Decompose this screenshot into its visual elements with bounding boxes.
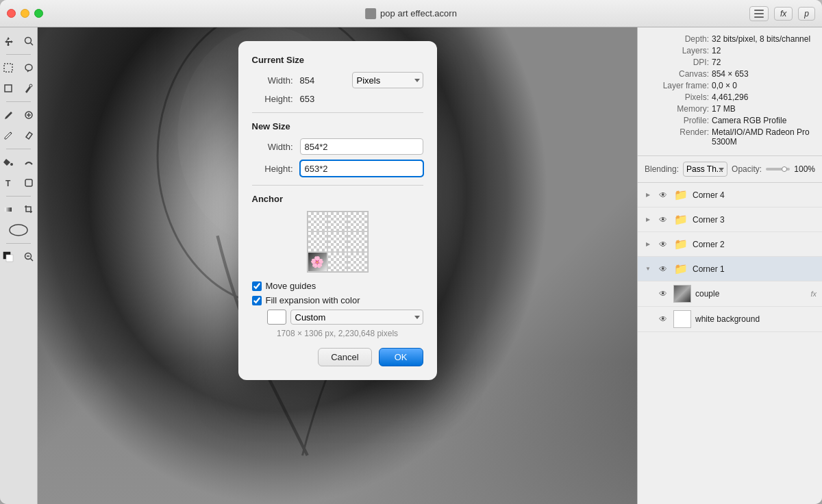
layer-expand-icon[interactable]: ▼	[643, 264, 653, 274]
fill-expansion-label[interactable]: Fill expansion with color	[266, 295, 360, 305]
opacity-slider[interactable]	[766, 168, 790, 171]
anchor-cell-11[interactable]	[327, 231, 347, 251]
layer-visibility-icon[interactable]: 👁	[657, 238, 669, 251]
opacity-slider-thumb[interactable]	[782, 166, 787, 172]
canvas-value: 854 × 653	[712, 69, 812, 79]
oval-tool[interactable]	[3, 220, 34, 240]
right-panel: Depth: 32 bits/pixel, 8 bits/channel Lay…	[637, 27, 822, 504]
tool-separator-2	[6, 101, 31, 102]
layer-visibility-icon[interactable]: 👁	[657, 214, 669, 226]
anchor-cell-10[interactable]	[308, 231, 327, 251]
tool-separator	[6, 54, 31, 55]
ok-button[interactable]: OK	[379, 348, 423, 366]
anchor-cell-01[interactable]	[327, 212, 347, 231]
shape-tool[interactable]	[19, 173, 38, 192]
layer-visibility-icon[interactable]: 👁	[657, 263, 669, 275]
layers-section: ▶ 👁 📁 Corner 4 ▶ 👁 📁 Corner 3 ▶ 👁 📁	[638, 183, 822, 504]
layer-visibility-icon[interactable]: 👁	[657, 189, 669, 201]
new-height-input[interactable]: 653*2	[300, 160, 423, 177]
zoom-tool[interactable]	[19, 32, 38, 51]
fg-bg-color[interactable]	[0, 247, 18, 266]
pixels-label: Pixels:	[647, 92, 709, 102]
svg-text:T: T	[5, 179, 11, 188]
anchor-title: Anchor	[252, 194, 423, 204]
smudge-tool[interactable]	[19, 153, 38, 172]
color-swatch[interactable]	[267, 310, 286, 325]
dpi-value: 72	[712, 58, 812, 67]
layer-fx-label: fx	[810, 290, 817, 298]
anchor-cell-20[interactable]: 🌸	[308, 252, 327, 272]
color-picker-row: Custom White Black Background Color	[267, 310, 423, 325]
layer-item[interactable]: 👁 white background	[638, 307, 822, 332]
move-guides-checkbox[interactable]	[252, 281, 262, 291]
canvas-label: Canvas:	[647, 69, 709, 79]
folder-icon: 📁	[673, 214, 688, 226]
fill-expansion-row: Fill expansion with color	[252, 295, 423, 305]
pixels-value: 4,461,296	[712, 92, 812, 102]
svg-point-16	[10, 225, 27, 236]
layer-item[interactable]: ▶ 👁 📁 Corner 3	[638, 207, 822, 232]
zoom-tool-2[interactable]	[19, 247, 38, 266]
move-tool[interactable]	[0, 32, 18, 51]
close-button[interactable]	[7, 9, 16, 18]
minimize-button[interactable]	[21, 9, 29, 18]
eraser-tool[interactable]	[19, 126, 38, 145]
svg-rect-5	[4, 64, 12, 72]
anchor-cell-22[interactable]	[347, 252, 367, 272]
svg-line-20	[31, 259, 34, 262]
anchor-grid[interactable]: 🌸	[307, 211, 369, 273]
depth-row: Depth: 32 bits/pixel, 8 bits/channel	[647, 34, 812, 44]
maximize-button[interactable]	[34, 9, 43, 18]
anchor-cell-02[interactable]	[347, 212, 367, 231]
layers-label: Layers:	[647, 46, 709, 55]
layer-frame-label: Layer frame:	[647, 81, 709, 90]
text-tool[interactable]: T	[0, 173, 18, 192]
select-tool[interactable]	[0, 58, 18, 77]
healing-tool[interactable]	[19, 105, 38, 125]
divider-2	[252, 185, 423, 186]
tool-separator-4	[6, 196, 31, 197]
anchor-cell-21[interactable]	[327, 252, 347, 272]
sidebar-toggle-button[interactable]	[749, 6, 769, 21]
new-width-input[interactable]: 854*2	[300, 138, 423, 155]
svg-rect-15	[5, 207, 12, 212]
layer-thumbnail	[673, 285, 691, 303]
blending-select[interactable]: Pass Th... Normal Multiply Screen Overla…	[683, 162, 727, 177]
layer-item[interactable]: ▶ 👁 📁 Corner 4	[638, 183, 822, 207]
layer-expand-icon[interactable]: ▶	[643, 240, 653, 249]
info-section: Depth: 32 bits/pixel, 8 bits/channel Lay…	[638, 27, 822, 156]
paint-bucket-tool[interactable]	[0, 153, 18, 172]
layer-item[interactable]: ▶ 👁 📁 Corner 2	[638, 232, 822, 257]
anchor-cell-12[interactable]	[347, 231, 367, 251]
move-guides-label[interactable]: Move guides	[266, 281, 316, 291]
cancel-button[interactable]: Cancel	[318, 348, 371, 366]
pencil-tool[interactable]	[0, 126, 18, 145]
svg-rect-7	[5, 85, 12, 92]
layer-item-active[interactable]: ▼ 👁 📁 Corner 1	[638, 257, 822, 281]
layer-item[interactable]: 👁 couple fx	[638, 281, 822, 307]
layer-visibility-icon[interactable]: 👁	[657, 288, 669, 300]
color-select[interactable]: Custom White Black Background Color	[290, 310, 423, 325]
layer-visibility-icon[interactable]: 👁	[657, 313, 669, 325]
canvas-row: Canvas: 854 × 653	[647, 69, 812, 79]
crop-tool[interactable]	[19, 200, 38, 219]
fill-expansion-checkbox[interactable]	[252, 296, 262, 305]
layers-row: Layers: 12	[647, 46, 812, 55]
p-button[interactable]: p	[798, 7, 815, 21]
layer-expand-icon[interactable]: ▶	[643, 190, 653, 200]
svg-point-3	[25, 38, 32, 44]
units-select[interactable]: Pixels Inches Centimeters	[352, 72, 423, 88]
rect-select-tool[interactable]	[0, 79, 18, 98]
lasso-tool[interactable]	[19, 58, 38, 77]
left-toolbar: T	[0, 27, 38, 504]
magic-wand-tool[interactable]	[19, 79, 38, 98]
anchor-cell-00[interactable]	[308, 212, 327, 231]
svg-rect-0	[754, 10, 764, 11]
gradient-tool[interactable]	[0, 200, 18, 219]
svg-rect-2	[754, 16, 764, 18]
fx-button[interactable]: fx	[774, 7, 793, 21]
layer-expand-icon[interactable]: ▶	[643, 215, 653, 225]
current-size-title: Current Size	[252, 55, 423, 65]
width-label: Width:	[252, 75, 293, 86]
brush-tool[interactable]	[0, 105, 18, 125]
